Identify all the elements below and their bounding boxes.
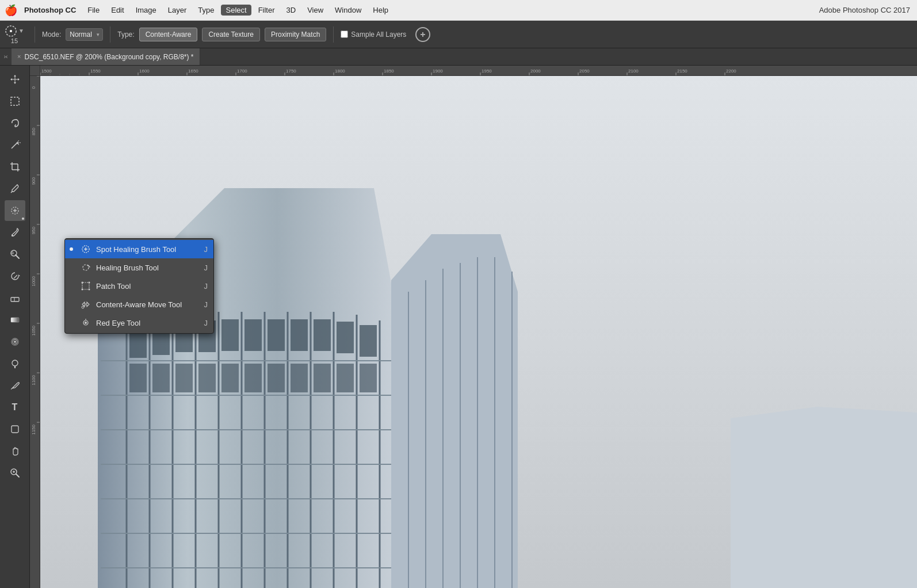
ruler-left-svg: 0 850 900 950 1000 1050 1100 1150 [30,76,40,588]
svg-rect-2 [11,97,19,105]
svg-rect-127 [314,364,331,392]
canvas-container: 1500 1550 1600 1650 1700 1750 1800 1850 … [30,66,917,588]
menu-layer[interactable]: Layer [163,5,192,16]
no-dot-2 [70,284,73,288]
healing-brush-tool-icon [9,205,21,216]
tool-clone-stamp[interactable] [5,244,25,265]
pen-tool-icon [9,380,21,391]
mode-select[interactable]: Normal [66,28,103,41]
lasso-tool-icon [9,117,21,129]
options-bar: ▼ 15 Mode: Normal Type: Content-Aware Cr… [0,21,917,48]
tool-hand[interactable] [5,441,25,461]
menu-edit[interactable]: Edit [106,5,128,16]
svg-text:2200: 2200 [726,68,736,74]
ruler-corner [30,66,40,76]
svg-line-18 [16,255,19,258]
tool-history-brush[interactable] [5,266,25,287]
context-menu-healing-brush[interactable]: Healing Brush Tool J [65,258,213,277]
svg-marker-130 [391,234,518,588]
brush-size-icon [5,25,17,37]
menu-select[interactable]: Select [221,5,251,16]
marquee-tool-icon [9,96,21,107]
svg-line-5 [18,140,19,142]
tool-zoom[interactable] [5,463,25,483]
menu-window[interactable]: Window [330,5,366,16]
svg-rect-129 [360,364,377,392]
patch-tool-icon [80,280,91,292]
context-menu-patch-tool[interactable]: Patch Tool J [65,277,213,295]
tool-move[interactable] [5,69,25,90]
main-area: T [0,66,917,588]
spot-healing-label: Spot Healing Brush Tool [96,245,200,254]
tool-eraser[interactable] [5,288,25,308]
tool-lasso[interactable] [5,113,25,133]
tool-crop[interactable] [5,156,25,177]
context-menu-content-aware-move[interactable]: Content-Aware Move Tool J [65,295,213,314]
patch-tool-label: Patch Tool [96,282,200,291]
menu-view[interactable]: View [303,5,328,16]
svg-rect-24 [11,318,19,322]
svg-rect-119 [129,364,147,392]
separator-1 [35,26,35,43]
svg-point-28 [12,360,18,366]
move-tool-icon [9,74,21,85]
tab-close-btn[interactable]: × [17,54,21,60]
brush-icon-btn[interactable]: ▼ [5,25,24,37]
tool-eyedropper[interactable] [5,178,25,199]
spot-healing-icon [80,243,91,255]
type-btn-proximity-match[interactable]: Proximity Match [265,28,326,41]
menu-file[interactable]: File [83,5,104,16]
tool-dodge[interactable] [5,353,25,374]
mode-select-wrapper[interactable]: Normal [66,28,103,41]
target-adjust-icon[interactable] [415,27,430,42]
dodge-tool-icon [9,358,21,369]
svg-text:2050: 2050 [579,68,590,74]
menu-type[interactable]: Type [193,5,219,16]
spot-healing-shortcut: J [204,245,208,254]
svg-text:1850: 1850 [384,68,394,74]
context-menu-spot-healing[interactable]: Spot Healing Brush Tool J [65,240,213,258]
svg-text:1650: 1650 [188,68,198,74]
tool-magic-wand[interactable] [5,135,25,155]
zoom-tool-icon [9,467,21,479]
sample-all-layers-label[interactable]: Sample All Layers [341,30,406,39]
apple-logo-icon: 🍎 [5,4,17,17]
tool-type[interactable]: T [5,397,25,418]
type-btn-content-aware[interactable]: Content-Aware [139,28,198,41]
tool-blur[interactable] [5,331,25,352]
tool-pen[interactable] [5,375,25,396]
brush-size-value: 15 [11,37,18,44]
tool-healing-brush[interactable] [5,200,25,221]
no-dot-4 [70,321,73,324]
type-btn-create-texture[interactable]: Create Texture [202,28,260,41]
svg-marker-21 [18,274,20,276]
crop-tool-icon [9,161,21,173]
tab-expander[interactable]: ›‹ [0,48,12,65]
document-tab[interactable]: × DSC_6510.NEF @ 200% (Background copy, … [12,48,200,65]
app-title: Adobe Photoshop CC 2017 [819,6,910,14]
menu-filter[interactable]: Filter [254,5,280,16]
svg-rect-31 [12,426,18,433]
patch-tool-shortcut: J [204,282,208,291]
menu-3d[interactable]: 3D [282,5,301,16]
sample-all-layers-checkbox[interactable] [341,30,348,38]
menu-image[interactable]: Image [131,5,161,16]
svg-text:1100: 1100 [31,375,36,385]
ruler-left: 0 850 900 950 1000 1050 1100 1150 [30,76,40,588]
tool-shape[interactable] [5,419,25,440]
svg-text:1950: 1950 [482,68,492,74]
tool-gradient[interactable] [5,310,25,330]
brush-size-widget[interactable]: ▼ 15 [5,25,24,44]
svg-rect-123 [221,364,239,392]
svg-rect-22 [11,297,19,301]
tool-marquee[interactable] [5,91,25,112]
type-label: Type: [117,30,134,39]
tool-brush[interactable] [5,222,25,243]
menu-help[interactable]: Help [368,5,393,16]
svg-text:0: 0 [31,86,36,89]
context-menu: Spot Healing Brush Tool J Healing Brush … [64,238,214,334]
sample-all-layers-text: Sample All Layers [351,30,406,39]
context-menu-red-eye[interactable]: Red Eye Tool J [65,314,213,332]
svg-rect-112 [221,319,239,351]
selected-indicator [70,247,73,251]
